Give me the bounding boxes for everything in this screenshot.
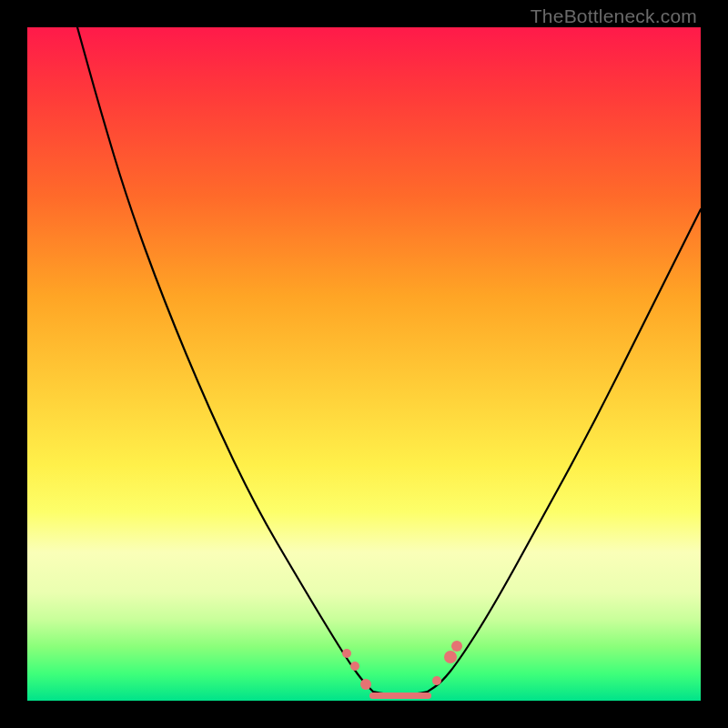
flat-bottom-marker — [369, 693, 431, 699]
marker-dot — [451, 641, 462, 652]
chart-frame: TheBottleneck.com — [0, 0, 728, 728]
marker-dot — [444, 651, 457, 663]
watermark-text: TheBottleneck.com — [531, 5, 697, 27]
bottleneck-curve — [77, 27, 701, 694]
marker-dot — [342, 649, 351, 658]
plot-area — [27, 27, 701, 701]
marker-group — [342, 641, 462, 690]
marker-dot — [360, 679, 371, 690]
marker-dot — [432, 676, 441, 685]
marker-dot — [350, 662, 359, 671]
curve-svg — [27, 27, 701, 701]
